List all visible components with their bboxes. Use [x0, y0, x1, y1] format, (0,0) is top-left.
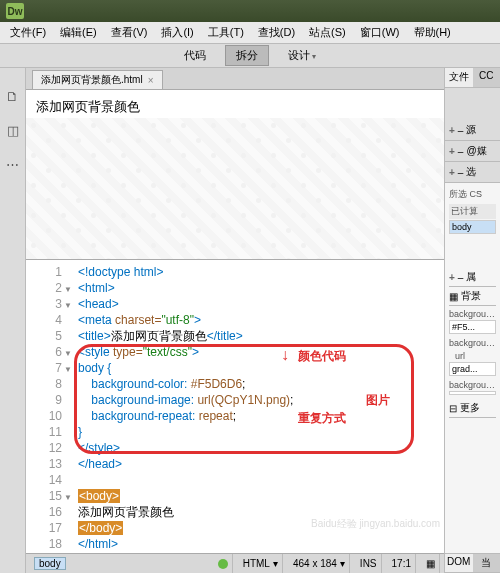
document-tab-label: 添加网页背景颜色.html [41, 73, 143, 87]
code-text: > [192, 345, 199, 359]
line-number: 14 [26, 472, 70, 488]
menu-site[interactable]: 站点(S) [303, 23, 352, 42]
preview-text: 添加网页背景颜色 [36, 98, 140, 116]
code-text: ; [233, 409, 236, 423]
line-number: 17 [26, 520, 70, 536]
right-panel: 文件 CC +–源 +–@媒 +–选 所选 CS 已计算 body +–属 ▦ … [444, 68, 500, 573]
left-toolbar: 🗋 ◫ ⋯ [0, 68, 26, 573]
panel-bg-group[interactable]: ▦ 背景 [449, 287, 496, 306]
code-text: "text/css" [143, 345, 192, 359]
panel-source[interactable]: +–源 [445, 120, 500, 141]
code-text: ; [242, 377, 245, 391]
code-editor[interactable]: 1<!doctype html> 2▼<html> 3▼<head> 4<met… [26, 260, 444, 553]
code-text: background-image: [78, 393, 197, 407]
panel-computed[interactable]: 已计算 [449, 204, 496, 219]
code-text: <body> [78, 489, 120, 503]
panel-selector-body[interactable]: body [449, 220, 496, 234]
line-number: 5 [26, 328, 70, 344]
plus-icon: + [449, 146, 455, 157]
preview-pattern [26, 118, 444, 259]
document-tab-bar: 添加网页背景颜色.html × [26, 68, 444, 90]
status-lang[interactable]: HTML ▾ [239, 554, 283, 573]
line-number: 7▼ [26, 360, 70, 376]
menu-insert[interactable]: 插入(I) [155, 23, 199, 42]
code-text: charset= [115, 313, 161, 327]
main-area: 🗋 ◫ ⋯ 添加网页背景颜色.html × 添加网页背景颜色 1<!doctyp… [0, 68, 500, 573]
panel-media[interactable]: +–@媒 [445, 141, 500, 162]
line-number: 6▼ [26, 344, 70, 360]
code-text: url(QCpY1N.png) [197, 393, 290, 407]
menu-window[interactable]: 窗口(W) [354, 23, 406, 42]
panel-tabs: 文件 CC [445, 68, 500, 88]
status-bar: body HTML ▾ 464 x 184 ▾ INS 17:1 ▦ [26, 553, 444, 573]
panel-tab-file[interactable]: 文件 [445, 68, 473, 87]
status-settings-icon[interactable]: ▦ [422, 554, 440, 573]
menu-help[interactable]: 帮助(H) [408, 23, 457, 42]
code-text: body { [78, 361, 111, 375]
panel-tab-cc[interactable]: CC [473, 68, 501, 87]
val-bgrep[interactable] [449, 391, 496, 395]
app-logo: Dw [6, 3, 24, 19]
line-number: 18 [26, 536, 70, 552]
code-text: background-repeat: [78, 409, 199, 423]
plus-icon: + [449, 167, 455, 178]
document-area: 添加网页背景颜色.html × 添加网页背景颜色 1<!doctype html… [26, 68, 444, 573]
tag-selector[interactable]: body [30, 555, 70, 572]
view-code[interactable]: 代码 [173, 45, 217, 66]
app-window: Dw 文件(F) 编辑(E) 查看(V) 插入(I) 工具(T) 查找(D) 站… [0, 0, 500, 573]
status-dim[interactable]: 464 x 184 ▾ [289, 554, 350, 573]
code-text: "utf-8" [161, 313, 194, 327]
line-number: 13 [26, 456, 70, 472]
line-number: 9 [26, 392, 70, 408]
code-text: </html> [78, 537, 118, 551]
menu-tools[interactable]: 工具(T) [202, 23, 250, 42]
line-number: 16 [26, 504, 70, 520]
code-text: #F5D6D6 [191, 377, 242, 391]
line-number: 19 [26, 552, 70, 553]
code-text: <head> [78, 297, 119, 311]
line-number: 11 [26, 424, 70, 440]
line-number: 2▼ [26, 280, 70, 296]
tab-dom[interactable]: DOM [445, 554, 473, 572]
code-text: background-color: [78, 377, 191, 391]
plus-icon: + [449, 125, 455, 136]
code-text: <style [78, 345, 113, 359]
prop-bgimg: background-image [449, 338, 496, 348]
design-preview[interactable]: 添加网页背景颜色 [26, 90, 444, 260]
panel-prop-group[interactable]: +–属 [449, 268, 496, 287]
tab-cur[interactable]: 当 [473, 554, 501, 572]
code-text: type= [113, 345, 143, 359]
close-icon[interactable]: × [148, 75, 154, 86]
panel-selector[interactable]: +–选 [445, 162, 500, 183]
view-split[interactable]: 拆分 [225, 45, 269, 66]
panel-bottom-tabs: DOM 当 [445, 553, 500, 573]
menu-view[interactable]: 查看(V) [105, 23, 154, 42]
status-pos: 17:1 [388, 554, 416, 573]
menu-file[interactable]: 文件(F) [4, 23, 52, 42]
document-tab[interactable]: 添加网页背景颜色.html × [32, 70, 163, 89]
code-text: <meta [78, 313, 115, 327]
prop-bgcolor: background-color [449, 309, 496, 319]
line-number: 12 [26, 440, 70, 456]
view-design[interactable]: 设计 [277, 45, 327, 66]
file-icon[interactable]: 🗋 [5, 88, 21, 104]
menu-find[interactable]: 查找(D) [252, 23, 301, 42]
status-sync[interactable] [214, 554, 233, 573]
code-text: <title> [78, 329, 111, 343]
code-text: </title> [207, 329, 243, 343]
menu-edit[interactable]: 编辑(E) [54, 23, 103, 42]
more-icon[interactable]: ⋯ [5, 156, 21, 172]
val-url[interactable]: grad... [449, 362, 496, 376]
line-number: 4 [26, 312, 70, 328]
prop-url: url [449, 351, 496, 361]
prop-bgrep: background-repeat [449, 380, 496, 390]
code-text: <html> [78, 281, 115, 295]
val-bgcolor[interactable]: #F5... [449, 320, 496, 334]
view-bar: 代码 拆分 设计 [0, 44, 500, 68]
panel-more[interactable]: ⊟ 更多 [449, 399, 496, 418]
code-text: ; [290, 393, 293, 407]
status-ins[interactable]: INS [356, 554, 382, 573]
split-icon[interactable]: ◫ [5, 122, 21, 138]
code-text: </body> [78, 521, 123, 535]
line-number: 15▼ [26, 488, 70, 504]
